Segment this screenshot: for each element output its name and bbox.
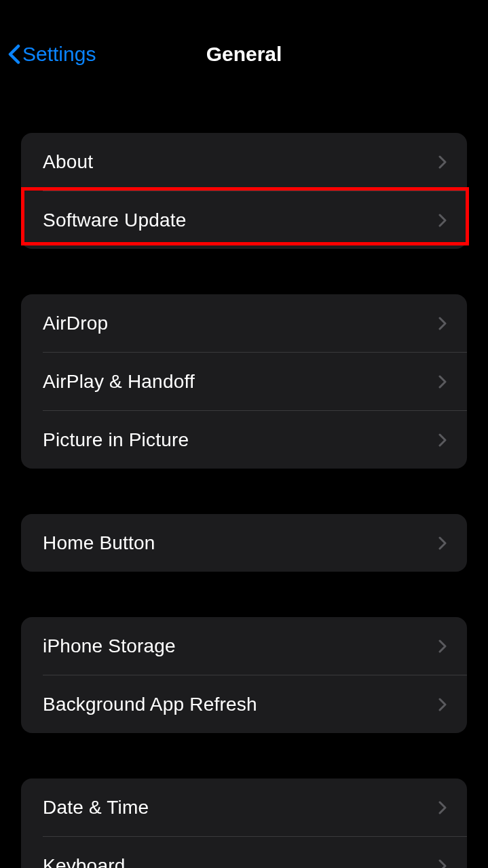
chevron-right-icon: [438, 375, 447, 389]
chevron-right-icon: [438, 433, 447, 447]
row-airdrop[interactable]: AirDrop: [21, 294, 467, 352]
row-iphone-storage[interactable]: iPhone Storage: [21, 617, 467, 675]
chevron-right-icon: [438, 859, 447, 869]
content-area: About Software Update AirDrop AirPlay & …: [0, 133, 488, 868]
row-label: iPhone Storage: [43, 635, 176, 657]
chevron-right-icon: [438, 801, 447, 814]
row-picture-in-picture[interactable]: Picture in Picture: [21, 411, 467, 469]
back-button[interactable]: Settings: [8, 43, 96, 66]
row-airplay-handoff[interactable]: AirPlay & Handoff: [21, 353, 467, 410]
row-home-button[interactable]: Home Button: [21, 514, 467, 572]
row-label: Background App Refresh: [43, 694, 257, 715]
row-background-app-refresh[interactable]: Background App Refresh: [21, 675, 467, 733]
row-label: Software Update: [43, 210, 187, 231]
row-label: Date & Time: [43, 797, 149, 818]
row-label: Home Button: [43, 532, 155, 554]
row-date-time[interactable]: Date & Time: [21, 778, 467, 836]
page-title: General: [206, 43, 282, 66]
settings-group: AirDrop AirPlay & Handoff Picture in Pic…: [21, 294, 467, 469]
row-label: About: [43, 151, 93, 173]
settings-group: Home Button: [21, 514, 467, 572]
chevron-right-icon: [438, 639, 447, 653]
row-about[interactable]: About: [21, 133, 467, 191]
back-label: Settings: [22, 43, 96, 66]
chevron-right-icon: [438, 214, 447, 227]
row-software-update[interactable]: Software Update: [21, 191, 467, 249]
row-label: AirDrop: [43, 313, 108, 334]
row-label: Picture in Picture: [43, 429, 189, 451]
row-keyboard[interactable]: Keyboard: [21, 837, 467, 868]
navigation-bar: Settings General: [0, 24, 488, 84]
row-label: AirPlay & Handoff: [43, 371, 195, 393]
settings-group: Date & Time Keyboard: [21, 778, 467, 868]
chevron-right-icon: [438, 155, 447, 169]
chevron-right-icon: [438, 317, 447, 330]
chevron-right-icon: [438, 536, 447, 550]
settings-group: iPhone Storage Background App Refresh: [21, 617, 467, 733]
row-label: Keyboard: [43, 855, 125, 869]
settings-group: About Software Update: [21, 133, 467, 249]
chevron-right-icon: [438, 698, 447, 711]
chevron-left-icon: [8, 44, 20, 64]
